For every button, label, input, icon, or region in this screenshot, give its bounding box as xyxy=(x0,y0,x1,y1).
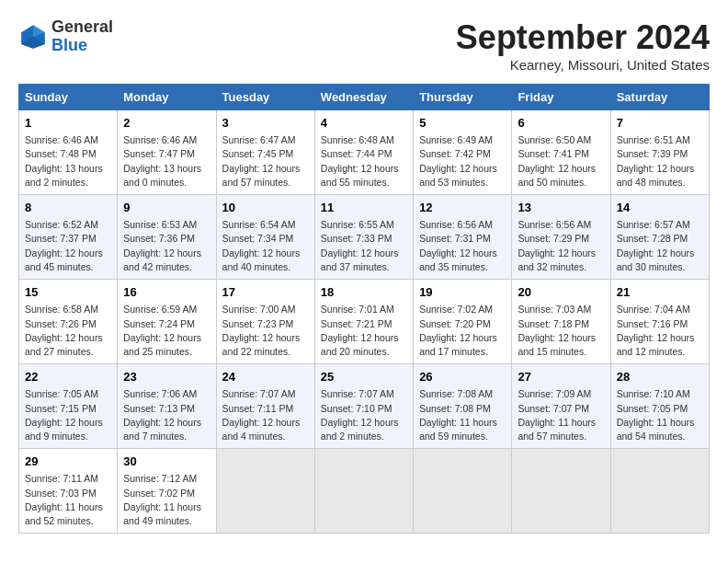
day-number: 13 xyxy=(518,200,604,216)
day-number: 20 xyxy=(518,284,604,301)
day-detail: Sunrise: 7:06 AMSunset: 7:13 PMDaylight:… xyxy=(123,387,210,443)
day-detail: Sunrise: 6:58 AMSunset: 7:26 PMDaylight:… xyxy=(25,303,111,359)
day-detail: Sunrise: 7:10 AMSunset: 7:05 PMDaylight:… xyxy=(617,387,703,443)
page-title: September 2024 xyxy=(456,18,710,57)
calendar-header-row: SundayMondayTuesdayWednesdayThursdayFrid… xyxy=(19,85,710,110)
day-number: 10 xyxy=(222,200,309,216)
calendar-cell: 12Sunrise: 6:56 AMSunset: 7:31 PMDayligh… xyxy=(414,195,512,280)
calendar-cell: 20Sunrise: 7:03 AMSunset: 7:18 PMDayligh… xyxy=(512,280,610,364)
calendar-cell: 17Sunrise: 7:00 AMSunset: 7:23 PMDayligh… xyxy=(216,280,314,364)
day-number: 22 xyxy=(25,369,111,385)
calendar-cell: 23Sunrise: 7:06 AMSunset: 7:13 PMDayligh… xyxy=(118,364,216,449)
calendar-cell xyxy=(216,449,314,534)
calendar-cell: 3Sunrise: 6:47 AMSunset: 7:45 PMDaylight… xyxy=(216,110,314,195)
column-header-wednesday: Wednesday xyxy=(314,85,413,110)
day-number: 12 xyxy=(419,200,506,216)
day-number: 7 xyxy=(617,115,703,132)
day-detail: Sunrise: 6:50 AMSunset: 7:41 PMDaylight:… xyxy=(518,133,604,190)
calendar-cell: 27Sunrise: 7:09 AMSunset: 7:07 PMDayligh… xyxy=(512,364,610,449)
calendar-cell: 29Sunrise: 7:11 AMSunset: 7:03 PMDayligh… xyxy=(19,449,118,534)
day-detail: Sunrise: 6:49 AMSunset: 7:42 PMDaylight:… xyxy=(419,133,506,190)
day-detail: Sunrise: 6:48 AMSunset: 7:44 PMDaylight:… xyxy=(321,133,407,190)
day-detail: Sunrise: 7:01 AMSunset: 7:21 PMDaylight:… xyxy=(321,303,407,359)
day-detail: Sunrise: 6:52 AMSunset: 7:37 PMDaylight:… xyxy=(25,218,111,274)
calendar-cell: 11Sunrise: 6:55 AMSunset: 7:33 PMDayligh… xyxy=(314,195,413,280)
day-detail: Sunrise: 7:11 AMSunset: 7:03 PMDaylight:… xyxy=(25,472,111,528)
day-detail: Sunrise: 7:02 AMSunset: 7:20 PMDaylight:… xyxy=(419,303,506,359)
calendar-cell: 9Sunrise: 6:53 AMSunset: 7:36 PMDaylight… xyxy=(118,195,216,280)
column-header-saturday: Saturday xyxy=(610,85,709,110)
day-number: 23 xyxy=(123,369,210,385)
day-detail: Sunrise: 7:12 AMSunset: 7:02 PMDaylight:… xyxy=(123,472,210,528)
day-number: 17 xyxy=(222,284,309,301)
logo-icon xyxy=(18,22,48,52)
day-detail: Sunrise: 6:57 AMSunset: 7:28 PMDaylight:… xyxy=(617,218,703,274)
day-detail: Sunrise: 6:56 AMSunset: 7:29 PMDaylight:… xyxy=(518,218,604,274)
day-detail: Sunrise: 7:08 AMSunset: 7:08 PMDaylight:… xyxy=(419,387,506,443)
day-number: 30 xyxy=(123,454,210,470)
day-detail: Sunrise: 6:53 AMSunset: 7:36 PMDaylight:… xyxy=(123,218,210,274)
day-number: 9 xyxy=(123,200,210,216)
day-number: 18 xyxy=(321,284,407,301)
day-detail: Sunrise: 6:59 AMSunset: 7:24 PMDaylight:… xyxy=(123,303,210,359)
calendar-cell: 4Sunrise: 6:48 AMSunset: 7:44 PMDaylight… xyxy=(314,110,413,195)
calendar-cell: 14Sunrise: 6:57 AMSunset: 7:28 PMDayligh… xyxy=(610,195,709,280)
calendar-cell: 18Sunrise: 7:01 AMSunset: 7:21 PMDayligh… xyxy=(314,280,413,364)
calendar-cell xyxy=(610,449,709,534)
day-number: 29 xyxy=(25,454,111,470)
day-number: 8 xyxy=(25,200,111,216)
day-detail: Sunrise: 6:51 AMSunset: 7:39 PMDaylight:… xyxy=(617,133,703,190)
calendar-cell: 2Sunrise: 6:46 AMSunset: 7:47 PMDaylight… xyxy=(118,110,216,195)
calendar-cell: 5Sunrise: 6:49 AMSunset: 7:42 PMDaylight… xyxy=(414,110,512,195)
calendar-cell: 21Sunrise: 7:04 AMSunset: 7:16 PMDayligh… xyxy=(610,280,709,364)
day-number: 27 xyxy=(518,369,604,385)
calendar-cell: 8Sunrise: 6:52 AMSunset: 7:37 PMDaylight… xyxy=(19,195,118,280)
calendar-cell xyxy=(414,449,512,534)
calendar-cell: 30Sunrise: 7:12 AMSunset: 7:02 PMDayligh… xyxy=(118,449,216,534)
day-number: 25 xyxy=(321,369,407,385)
calendar-cell: 19Sunrise: 7:02 AMSunset: 7:20 PMDayligh… xyxy=(414,280,512,364)
title-area: September 2024 Kearney, Missouri, United… xyxy=(456,18,710,73)
day-number: 21 xyxy=(617,284,703,301)
day-detail: Sunrise: 6:56 AMSunset: 7:31 PMDaylight:… xyxy=(419,218,506,274)
calendar-cell: 15Sunrise: 6:58 AMSunset: 7:26 PMDayligh… xyxy=(19,280,118,364)
day-number: 3 xyxy=(222,115,309,132)
day-detail: Sunrise: 7:03 AMSunset: 7:18 PMDaylight:… xyxy=(518,303,604,359)
calendar-week-row: 22Sunrise: 7:05 AMSunset: 7:15 PMDayligh… xyxy=(19,364,710,449)
calendar-cell: 1Sunrise: 6:46 AMSunset: 7:48 PMDaylight… xyxy=(19,110,118,195)
calendar-week-row: 29Sunrise: 7:11 AMSunset: 7:03 PMDayligh… xyxy=(19,449,710,534)
calendar-week-row: 15Sunrise: 6:58 AMSunset: 7:26 PMDayligh… xyxy=(19,280,710,364)
day-number: 15 xyxy=(25,284,111,301)
day-number: 6 xyxy=(518,115,604,132)
calendar-cell: 25Sunrise: 7:07 AMSunset: 7:10 PMDayligh… xyxy=(314,364,413,449)
column-header-tuesday: Tuesday xyxy=(216,85,314,110)
day-number: 26 xyxy=(419,369,506,385)
day-detail: Sunrise: 7:07 AMSunset: 7:10 PMDaylight:… xyxy=(321,387,407,443)
day-number: 1 xyxy=(25,115,111,132)
day-detail: Sunrise: 6:47 AMSunset: 7:45 PMDaylight:… xyxy=(222,133,309,190)
day-detail: Sunrise: 7:05 AMSunset: 7:15 PMDaylight:… xyxy=(25,387,111,443)
day-number: 16 xyxy=(123,284,210,301)
column-header-monday: Monday xyxy=(118,85,216,110)
calendar-cell: 24Sunrise: 7:07 AMSunset: 7:11 PMDayligh… xyxy=(216,364,314,449)
day-detail: Sunrise: 6:46 AMSunset: 7:48 PMDaylight:… xyxy=(25,133,111,190)
day-detail: Sunrise: 6:46 AMSunset: 7:47 PMDaylight:… xyxy=(123,133,210,190)
day-detail: Sunrise: 6:54 AMSunset: 7:34 PMDaylight:… xyxy=(222,218,309,274)
day-number: 14 xyxy=(617,200,703,216)
day-number: 4 xyxy=(321,115,407,132)
day-detail: Sunrise: 7:07 AMSunset: 7:11 PMDaylight:… xyxy=(222,387,309,443)
day-number: 2 xyxy=(123,115,210,132)
calendar-week-row: 1Sunrise: 6:46 AMSunset: 7:48 PMDaylight… xyxy=(19,110,710,195)
calendar-cell: 10Sunrise: 6:54 AMSunset: 7:34 PMDayligh… xyxy=(216,195,314,280)
calendar-cell: 7Sunrise: 6:51 AMSunset: 7:39 PMDaylight… xyxy=(610,110,709,195)
calendar-cell: 26Sunrise: 7:08 AMSunset: 7:08 PMDayligh… xyxy=(414,364,512,449)
day-detail: Sunrise: 7:09 AMSunset: 7:07 PMDaylight:… xyxy=(518,387,604,443)
page-subtitle: Kearney, Missouri, United States xyxy=(456,57,710,73)
day-number: 11 xyxy=(321,200,407,216)
logo: General Blue xyxy=(18,18,113,55)
calendar-cell: 6Sunrise: 6:50 AMSunset: 7:41 PMDaylight… xyxy=(512,110,610,195)
calendar-cell: 28Sunrise: 7:10 AMSunset: 7:05 PMDayligh… xyxy=(610,364,709,449)
day-number: 28 xyxy=(617,369,703,385)
calendar-cell xyxy=(314,449,413,534)
calendar-cell: 13Sunrise: 6:56 AMSunset: 7:29 PMDayligh… xyxy=(512,195,610,280)
